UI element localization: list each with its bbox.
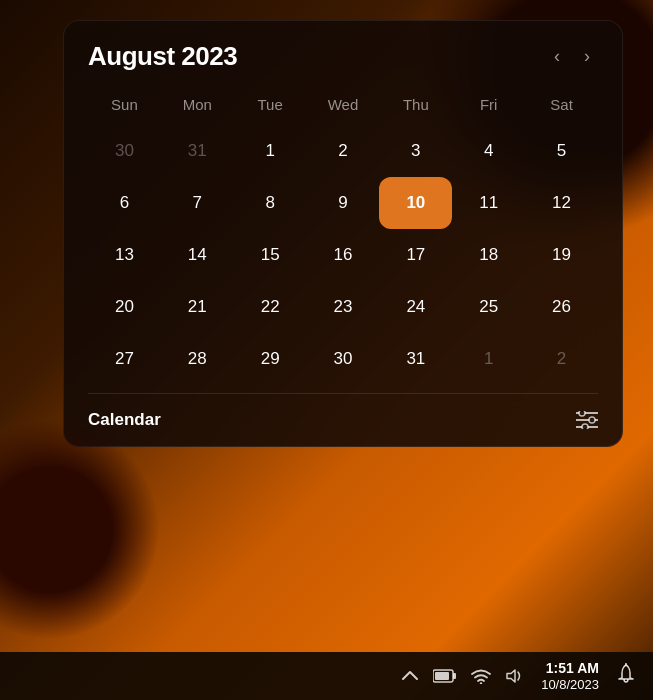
svg-point-4 <box>589 417 595 423</box>
day-cell-w3d2[interactable]: 22 <box>234 281 307 333</box>
day-cell-w4d4[interactable]: 31 <box>379 333 452 385</box>
svg-point-5 <box>582 424 588 429</box>
day-cell-today[interactable]: 10 <box>379 177 452 229</box>
day-cell-w3d5[interactable]: 25 <box>452 281 525 333</box>
day-cell-w1d0[interactable]: 6 <box>88 177 161 229</box>
day-header-mon: Mon <box>161 90 234 125</box>
day-cell-w1d1[interactable]: 7 <box>161 177 234 229</box>
taskbar-icons <box>401 668 525 684</box>
day-cell-w0d3[interactable]: 2 <box>307 125 380 177</box>
day-cell-w0d1[interactable]: 31 <box>161 125 234 177</box>
day-header-fri: Fri <box>452 90 525 125</box>
day-cell-w4d6[interactable]: 2 <box>525 333 598 385</box>
day-cell-w2d1[interactable]: 14 <box>161 229 234 281</box>
day-cell-w3d6[interactable]: 26 <box>525 281 598 333</box>
day-cell-w2d6[interactable]: 19 <box>525 229 598 281</box>
calendar-grid: SunMonTueWedThuFriSat3031123456789101112… <box>88 90 598 385</box>
day-cell-w0d0[interactable]: 30 <box>88 125 161 177</box>
svg-rect-7 <box>453 673 456 679</box>
day-cell-w0d6[interactable]: 5 <box>525 125 598 177</box>
svg-point-3 <box>579 411 585 416</box>
day-header-sun: Sun <box>88 90 161 125</box>
svg-point-9 <box>480 682 482 684</box>
day-cell-w2d4[interactable]: 17 <box>379 229 452 281</box>
day-cell-w1d6[interactable]: 12 <box>525 177 598 229</box>
day-cell-w1d2[interactable]: 8 <box>234 177 307 229</box>
day-cell-w3d3[interactable]: 23 <box>307 281 380 333</box>
day-cell-w0d2[interactable]: 1 <box>234 125 307 177</box>
volume-icon[interactable] <box>505 668 525 684</box>
day-header-tue: Tue <box>234 90 307 125</box>
calendar-footer: Calendar <box>88 393 598 446</box>
day-header-wed: Wed <box>307 90 380 125</box>
day-cell-w4d0[interactable]: 27 <box>88 333 161 385</box>
notification-bell-icon[interactable] <box>615 663 637 690</box>
taskbar-clock[interactable]: 1:51 AM 10/8/2023 <box>541 660 599 692</box>
nav-buttons: ‹ › <box>546 42 598 71</box>
day-cell-w2d3[interactable]: 16 <box>307 229 380 281</box>
day-cell-w4d1[interactable]: 28 <box>161 333 234 385</box>
svg-rect-8 <box>435 672 449 680</box>
calendar-widget: August 2023 ‹ › SunMonTueWedThuFriSat303… <box>63 20 623 447</box>
day-cell-w4d5[interactable]: 1 <box>452 333 525 385</box>
day-cell-w3d1[interactable]: 21 <box>161 281 234 333</box>
day-cell-w2d5[interactable]: 18 <box>452 229 525 281</box>
wifi-icon[interactable] <box>471 668 491 684</box>
battery-icon[interactable] <box>433 669 457 683</box>
settings-icon[interactable] <box>576 411 598 429</box>
widget-container: August 2023 ‹ › SunMonTueWedThuFriSat303… <box>63 20 623 447</box>
day-cell-w2d0[interactable]: 13 <box>88 229 161 281</box>
day-cell-w1d5[interactable]: 11 <box>452 177 525 229</box>
calendar-footer-label: Calendar <box>88 410 161 430</box>
day-cell-w0d4[interactable]: 3 <box>379 125 452 177</box>
day-cell-w3d4[interactable]: 24 <box>379 281 452 333</box>
day-header-thu: Thu <box>379 90 452 125</box>
prev-month-button[interactable]: ‹ <box>546 42 568 71</box>
calendar-title: August 2023 <box>88 41 237 72</box>
day-cell-w3d0[interactable]: 20 <box>88 281 161 333</box>
taskbar-date: 10/8/2023 <box>541 677 599 693</box>
day-cell-w2d2[interactable]: 15 <box>234 229 307 281</box>
day-header-sat: Sat <box>525 90 598 125</box>
day-cell-w1d3[interactable]: 9 <box>307 177 380 229</box>
taskbar-chevron-icon[interactable] <box>401 669 419 683</box>
day-cell-w4d2[interactable]: 29 <box>234 333 307 385</box>
taskbar: 1:51 AM 10/8/2023 <box>0 652 653 700</box>
taskbar-time: 1:51 AM <box>541 660 599 677</box>
next-month-button[interactable]: › <box>576 42 598 71</box>
calendar-header: August 2023 ‹ › <box>88 41 598 72</box>
day-cell-w0d5[interactable]: 4 <box>452 125 525 177</box>
day-cell-w4d3[interactable]: 30 <box>307 333 380 385</box>
